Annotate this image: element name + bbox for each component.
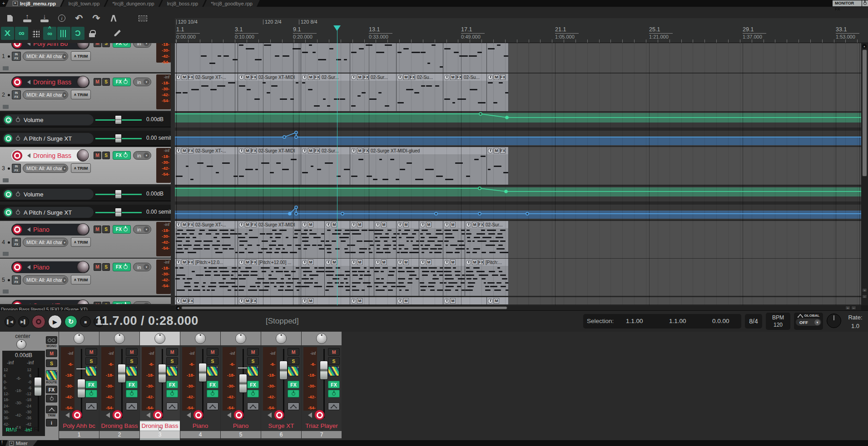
media-item-header[interactable]: M (419, 221, 443, 228)
global-automation-box[interactable]: GLOBAL OFF ▾ (794, 313, 823, 330)
input-fx-badge[interactable]: INFX (12, 164, 21, 173)
item-clock-icon[interactable] (326, 260, 331, 265)
track-panel[interactable]: Droning BassMSFXin▾3INFXMIDI: All: All c… (0, 147, 171, 185)
item-mute-icon[interactable]: M (182, 298, 187, 304)
envelope-curve[interactable] (175, 112, 861, 127)
channel-fx-button[interactable]: FX (288, 381, 299, 388)
envelope-point[interactable] (295, 131, 298, 134)
media-item-header[interactable]: MFX02-Surge XT-MIDI (238, 74, 301, 81)
item-mute-icon[interactable]: M (332, 260, 337, 265)
item-clock-icon[interactable] (466, 222, 471, 227)
item-fx-icon[interactable]: FX (500, 74, 506, 80)
toolbar-new-project-button[interactable] (3, 11, 17, 25)
record-arm-button[interactable] (12, 262, 22, 272)
channel-pan-knob[interactable] (235, 333, 246, 344)
speaker-icon[interactable] (265, 412, 272, 418)
envelope-panel[interactable]: Volume0.00dB (0, 186, 171, 201)
speaker-icon[interactable] (25, 227, 30, 232)
item-mute-icon[interactable]: M (357, 222, 362, 227)
media-item-header[interactable]: MFX (238, 297, 301, 304)
play-button[interactable]: ▶ (48, 315, 62, 328)
toolbar-loop-button[interactable] (71, 27, 84, 40)
speaker-icon[interactable] (184, 412, 191, 418)
media-item[interactable] (175, 43, 238, 73)
media-item-header[interactable]: M (419, 259, 443, 266)
track-pan-knob[interactable] (77, 149, 89, 162)
transport-time-display[interactable]: 11.7.00 / 0:28.000 (95, 314, 198, 328)
toolbar-snap-grid-button[interactable] (57, 27, 70, 40)
chevron-down-icon[interactable]: ▾ (144, 79, 149, 85)
chevron-down-icon[interactable]: ▾ (62, 166, 67, 172)
arrange-track-lane[interactable]: MFX02-Surge XT-...MFX02-Surge XT-MIDIMFX… (175, 74, 861, 111)
record-arm-button[interactable] (12, 77, 22, 87)
channel-number-row[interactable]: 6 (261, 431, 301, 438)
item-mute-icon[interactable]: M (182, 74, 187, 80)
media-item[interactable]: M (487, 297, 509, 304)
chevron-down-icon[interactable]: ▾ (62, 240, 67, 245)
item-fx-icon[interactable]: FX (410, 74, 415, 80)
item-fx-icon[interactable]: FX (251, 222, 257, 227)
item-clock-icon[interactable] (302, 75, 307, 80)
media-item[interactable]: MFX02-Sur... (350, 74, 397, 111)
arrange-track-lane[interactable] (175, 43, 861, 73)
channel-fx-power-button[interactable] (288, 390, 299, 397)
item-clock-icon[interactable] (444, 260, 449, 265)
envelope-active-icon[interactable] (4, 116, 12, 124)
envelope-active-icon[interactable] (4, 134, 12, 142)
close-icon[interactable]: × (9, 441, 14, 446)
master-volume-value[interactable]: 0.00dB (2, 352, 45, 358)
item-clock-icon[interactable] (239, 148, 244, 153)
track-fx-button[interactable]: FX (113, 151, 131, 160)
media-item-header[interactable]: M (443, 297, 486, 304)
item-mute-icon[interactable]: M (245, 74, 250, 80)
track-input-button[interactable]: in▾ (133, 151, 151, 160)
media-item[interactable] (350, 43, 397, 73)
item-clock-icon[interactable] (397, 260, 402, 265)
channel-mute-button[interactable]: M (126, 348, 138, 356)
item-mute-icon[interactable]: M (403, 222, 409, 227)
track-solo-button[interactable]: S (102, 302, 110, 304)
input-fx-badge[interactable]: INFX (12, 90, 21, 99)
toolbar-save-project-button[interactable] (37, 11, 52, 25)
midi-input-selector[interactable]: MIDI: All: All char▾ (23, 164, 68, 173)
channel-number-row[interactable]: 7 (302, 431, 342, 438)
chevron-down-icon[interactable]: ▾ (144, 264, 149, 270)
channel-route-button[interactable] (85, 366, 97, 376)
track-input-button[interactable]: in▾ (133, 43, 151, 48)
envelope-point[interactable] (295, 212, 298, 215)
power-icon[interactable] (124, 227, 128, 231)
channel-pan-knob[interactable] (74, 333, 84, 344)
channel-solo-button[interactable]: S (207, 357, 218, 365)
stop-button[interactable]: ■ (80, 316, 91, 327)
midi-input-selector[interactable]: MIDI: All: All char▾ (23, 238, 68, 247)
power-icon[interactable] (124, 265, 128, 269)
master-name-label[interactable]: MASTER (0, 425, 49, 433)
track-mute-button[interactable]: M (94, 78, 101, 86)
track-input-button[interactable]: in▾ (133, 263, 151, 271)
channel-solo-button[interactable]: S (328, 357, 340, 365)
item-mute-icon[interactable]: M (357, 298, 362, 304)
speaker-icon[interactable] (25, 80, 30, 84)
item-mute-icon[interactable]: M (182, 148, 187, 153)
media-item[interactable]: M (350, 221, 374, 258)
item-mute-icon[interactable]: M (357, 148, 362, 153)
envelope-name-field[interactable]: Volume (3, 189, 94, 200)
record-arm-button[interactable] (274, 410, 284, 420)
track-mute-button[interactable]: M (94, 302, 101, 304)
channel-mute-button[interactable]: M (247, 348, 259, 356)
speaker-icon[interactable] (224, 412, 231, 418)
media-item[interactable]: M (325, 259, 350, 296)
media-item-header[interactable]: M (374, 221, 396, 228)
item-clock-icon[interactable] (444, 222, 449, 227)
channel-fx-button[interactable]: FX (126, 381, 138, 388)
media-item[interactable]: M (301, 259, 325, 296)
record-arm-button[interactable] (112, 410, 123, 420)
slider-handle[interactable] (115, 190, 122, 199)
envelope-active-icon[interactable] (4, 190, 12, 198)
item-clock-icon[interactable] (375, 222, 380, 227)
media-item-header[interactable]: MFX02-Surge XT-MIDI (238, 221, 301, 228)
media-item-header[interactable]: MFX02-Su... (443, 74, 486, 81)
item-fx-icon[interactable]: FX (188, 298, 193, 304)
track-mute-button[interactable]: M (94, 263, 101, 271)
toolbar-metronome-button[interactable] (106, 11, 121, 25)
